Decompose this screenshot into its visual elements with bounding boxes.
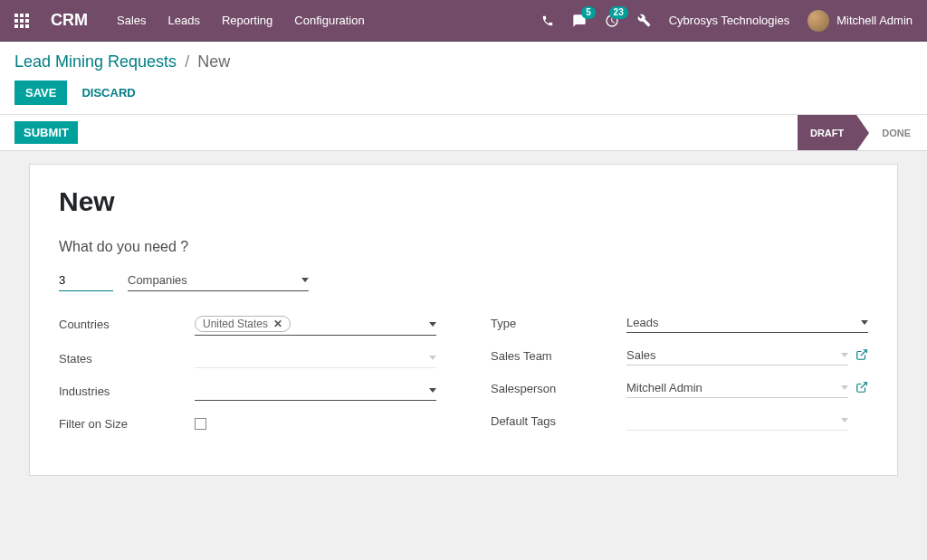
save-button[interactable]: SAVE bbox=[14, 81, 67, 105]
country-tag-label: United States bbox=[203, 318, 268, 330]
page-subtitle: What do you need ? bbox=[59, 239, 868, 255]
page-title: New bbox=[59, 186, 868, 217]
type-value: Leads bbox=[626, 316, 855, 329]
svg-line-1 bbox=[861, 382, 866, 387]
filter-size-checkbox[interactable] bbox=[195, 418, 206, 430]
close-icon[interactable]: ✕ bbox=[273, 318, 282, 330]
countries-field[interactable]: United States ✕ bbox=[195, 313, 436, 336]
type-label: Type bbox=[491, 317, 626, 330]
chevron-down-icon bbox=[301, 278, 309, 282]
breadcrumb-parent[interactable]: Lead Mining Requests bbox=[14, 52, 177, 71]
countries-label: Countries bbox=[59, 318, 195, 331]
phone-icon[interactable] bbox=[541, 14, 554, 27]
status-draft[interactable]: DRAFT bbox=[798, 115, 856, 150]
breadcrumb-current: New bbox=[197, 52, 230, 71]
external-link-icon[interactable] bbox=[855, 381, 868, 396]
salesperson-row: Salesperson Mitchell Admin bbox=[491, 378, 868, 398]
messages-badge: 5 bbox=[581, 6, 596, 19]
activities-badge: 23 bbox=[609, 6, 628, 19]
country-tag: United States ✕ bbox=[195, 316, 291, 332]
tools-icon[interactable] bbox=[637, 14, 651, 27]
user-name: Mitchell Admin bbox=[836, 14, 913, 27]
states-row: States bbox=[59, 348, 436, 368]
sales-team-value: Sales bbox=[626, 348, 836, 362]
chevron-down-icon bbox=[841, 418, 848, 422]
salesperson-value: Mitchell Admin bbox=[626, 381, 836, 394]
form-columns: Countries United States ✕ States bbox=[59, 313, 868, 446]
states-label: States bbox=[59, 352, 195, 365]
salesperson-label: Salesperson bbox=[491, 382, 626, 395]
right-column: Type Leads Sales Team Sales bbox=[491, 313, 868, 446]
statusbar-left: SUBMIT bbox=[14, 115, 78, 150]
menu-sales[interactable]: Sales bbox=[117, 14, 147, 27]
chevron-down-icon bbox=[429, 388, 436, 393]
chevron-down-icon bbox=[841, 353, 848, 357]
type-field[interactable]: Leads bbox=[626, 313, 868, 333]
submit-button[interactable]: SUBMIT bbox=[14, 121, 78, 144]
chevron-down-icon bbox=[429, 356, 436, 360]
filter-size-label: Filter on Size bbox=[59, 417, 195, 431]
form-sheet: New What do you need ? Companies Countri… bbox=[29, 164, 898, 476]
breadcrumb: Lead Mining Requests / New bbox=[14, 52, 913, 71]
states-field[interactable] bbox=[195, 348, 436, 368]
content-wrap: New What do you need ? Companies Countri… bbox=[0, 164, 927, 498]
sales-team-field[interactable]: Sales bbox=[626, 346, 848, 365]
filter-size-field-wrap bbox=[195, 418, 436, 430]
filter-size-row: Filter on Size bbox=[59, 413, 436, 433]
nav-right: 5 23 Cybrosys Technologies Mitchell Admi… bbox=[541, 10, 913, 32]
chevron-down-icon bbox=[429, 322, 436, 327]
nav-left: CRM Sales Leads Reporting Configuration bbox=[14, 11, 541, 30]
menu-leads[interactable]: Leads bbox=[168, 14, 200, 27]
status-bar: SUBMIT DRAFT DONE bbox=[0, 115, 927, 151]
avatar bbox=[808, 10, 829, 32]
default-tags-label: Default Tags bbox=[491, 414, 626, 428]
company-selector[interactable]: Cybrosys Technologies bbox=[669, 14, 789, 27]
external-link-icon[interactable] bbox=[855, 348, 868, 364]
app-name[interactable]: CRM bbox=[51, 11, 88, 30]
default-tags-field[interactable] bbox=[626, 411, 848, 431]
sales-team-row: Sales Team Sales bbox=[491, 346, 868, 365]
need-row: Companies bbox=[59, 270, 868, 291]
sales-team-label: Sales Team bbox=[491, 349, 626, 363]
menu-reporting[interactable]: Reporting bbox=[222, 14, 272, 27]
chevron-down-icon bbox=[861, 320, 868, 325]
number-input[interactable] bbox=[59, 270, 113, 291]
chevron-down-icon bbox=[841, 385, 848, 390]
statusbar-right: DRAFT DONE bbox=[798, 115, 927, 150]
apps-icon[interactable] bbox=[14, 14, 29, 28]
svg-line-0 bbox=[861, 349, 866, 355]
countries-row: Countries United States ✕ bbox=[59, 313, 436, 336]
main-navbar: CRM Sales Leads Reporting Configuration … bbox=[0, 0, 927, 42]
default-tags-row: Default Tags bbox=[491, 411, 868, 431]
messages-icon[interactable]: 5 bbox=[572, 14, 587, 28]
industries-label: Industries bbox=[59, 384, 195, 398]
user-menu[interactable]: Mitchell Admin bbox=[808, 10, 913, 32]
industries-row: Industries bbox=[59, 381, 436, 401]
industries-field[interactable] bbox=[195, 381, 436, 401]
target-value: Companies bbox=[128, 273, 187, 287]
menu-configuration[interactable]: Configuration bbox=[294, 14, 364, 27]
activities-icon[interactable]: 23 bbox=[605, 14, 619, 28]
type-row: Type Leads bbox=[491, 313, 868, 333]
discard-button[interactable]: DISCARD bbox=[81, 86, 135, 100]
left-column: Countries United States ✕ States bbox=[59, 313, 436, 446]
target-select[interactable]: Companies bbox=[128, 270, 309, 291]
breadcrumb-sep: / bbox=[185, 52, 189, 71]
control-buttons: SAVE DISCARD bbox=[14, 81, 913, 105]
salesperson-field[interactable]: Mitchell Admin bbox=[626, 378, 848, 398]
control-bar: Lead Mining Requests / New SAVE DISCARD bbox=[0, 42, 927, 115]
